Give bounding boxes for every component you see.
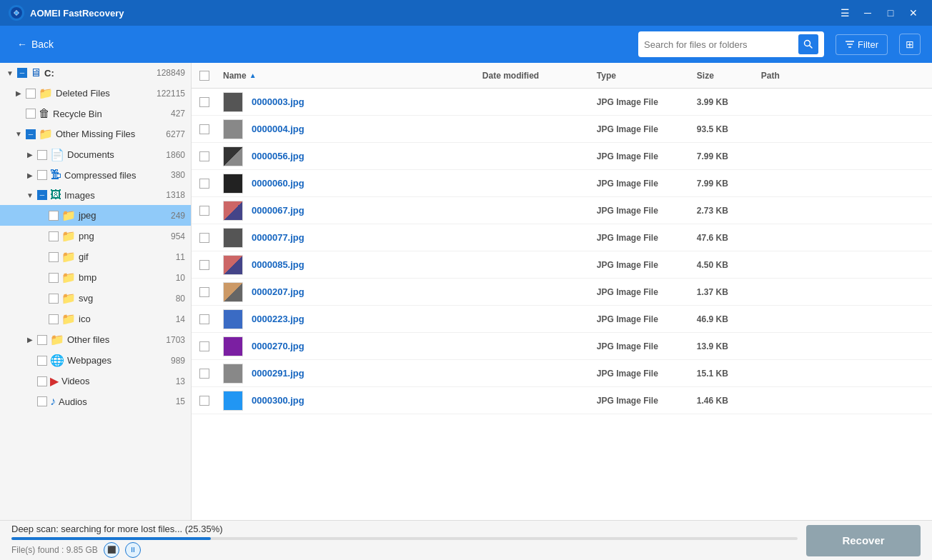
file-name-text[interactable]: 0000067.jpg (252, 205, 304, 216)
titlebar-left: AOMEI FastRecovery (9, 5, 124, 21)
videos-checkbox[interactable] (37, 376, 47, 386)
filter-button[interactable]: Filter (836, 34, 888, 55)
sidebar-item-gif[interactable]: 📁 gif 11 (0, 246, 191, 267)
pause-scan-button[interactable]: ⏸ (125, 542, 141, 558)
jpeg-checkbox[interactable] (49, 211, 59, 221)
row-checkbox-col (192, 206, 217, 216)
file-checkbox[interactable] (199, 179, 209, 189)
sidebar-item-documents[interactable]: ▶ 📄 Documents 1860 (0, 144, 191, 165)
column-header-size[interactable]: Size (691, 71, 755, 81)
sidebar-item-other-files[interactable]: ▶ 📁 Other files 1703 (0, 329, 191, 350)
sidebar-item-videos[interactable]: ▶ Videos 13 (0, 371, 191, 391)
deleted-files-icon: 📁 (39, 86, 53, 100)
sidebar-item-c-drive[interactable]: ▼ ─ 🖥 C: 128849 (0, 63, 191, 83)
audios-checkbox[interactable] (37, 396, 47, 406)
other-files-checkbox[interactable] (37, 335, 47, 345)
column-header-path[interactable]: Path (755, 71, 932, 81)
sidebar-item-images[interactable]: ▼ ─ 🖼 Images 1318 (0, 185, 191, 205)
bmp-checkbox[interactable] (49, 273, 59, 283)
search-input[interactable] (644, 39, 798, 50)
file-name-text[interactable]: 0000085.jpg (252, 259, 304, 270)
search-box (638, 31, 824, 57)
table-row: 0000004.jpg JPG Image File 93.5 KB (192, 116, 932, 143)
maximize-button[interactable]: □ (881, 3, 901, 23)
sidebar-item-jpeg[interactable]: 📁 jpeg 249 (0, 205, 191, 226)
recycle-bin-checkbox[interactable] (26, 109, 36, 119)
sidebar-item-ico[interactable]: 📁 ico 14 (0, 309, 191, 329)
sidebar-item-audios[interactable]: ♪ Audios 15 (0, 391, 191, 411)
select-all-checkbox[interactable] (199, 71, 209, 81)
menu-button[interactable]: ☰ (835, 3, 855, 23)
gif-checkbox[interactable] (49, 252, 59, 262)
file-name-text[interactable]: 0000004.jpg (252, 124, 304, 134)
column-header-date[interactable]: Date modified (477, 71, 591, 81)
file-checkbox[interactable] (199, 369, 209, 379)
file-name-text[interactable]: 0000291.jpg (252, 368, 304, 379)
search-button[interactable] (798, 34, 818, 54)
file-size-col: 47.6 KB (691, 233, 755, 243)
file-type-col: JPG Image File (591, 341, 691, 351)
c-drive-checkbox[interactable]: ─ (17, 68, 27, 78)
file-name-col: 0000223.jpg (217, 309, 477, 329)
file-type-col: JPG Image File (591, 233, 691, 243)
titlebar-controls: ☰ ─ □ ✕ (835, 3, 923, 23)
file-checkbox[interactable] (199, 206, 209, 216)
file-checkbox[interactable] (199, 124, 209, 134)
deleted-files-checkbox[interactable] (26, 89, 36, 99)
compressed-icon: 🗜 (50, 169, 61, 181)
images-checkbox[interactable]: ─ (37, 190, 47, 200)
sidebar-item-webpages[interactable]: 🌐 Webpages 989 (0, 350, 191, 371)
file-checkbox[interactable] (199, 97, 209, 107)
file-checkbox[interactable] (199, 396, 209, 406)
scan-sub: File(s) found : 9.85 GB ⬛ ⏸ (11, 542, 798, 558)
file-size-col: 13.9 KB (691, 341, 755, 351)
file-name-text[interactable]: 0000056.jpg (252, 151, 304, 161)
expand-icon (37, 253, 46, 261)
sidebar-item-bmp[interactable]: 📁 bmp 10 (0, 267, 191, 288)
view-toggle-button[interactable]: ⊞ (899, 34, 921, 55)
back-button[interactable]: ← Back (11, 36, 59, 53)
png-checkbox[interactable] (49, 231, 59, 241)
sidebar-item-recycle-bin[interactable]: 🗑 Recycle Bin 427 (0, 104, 191, 124)
webpages-checkbox[interactable] (37, 356, 47, 366)
column-header-name[interactable]: Name ▲ (217, 71, 477, 81)
titlebar: AOMEI FastRecovery ☰ ─ □ ✕ (0, 0, 932, 26)
file-checkbox[interactable] (199, 260, 209, 270)
toolbar: ← Back Filter ⊞ (0, 26, 932, 63)
svg-checkbox[interactable] (49, 294, 59, 304)
close-button[interactable]: ✕ (903, 3, 923, 23)
sidebar-item-png[interactable]: 📁 png 954 (0, 226, 191, 246)
row-checkbox-col (192, 97, 217, 107)
table-row: 0000060.jpg JPG Image File 7.99 KB (192, 170, 932, 197)
file-name-text[interactable]: 0000207.jpg (252, 286, 304, 297)
file-list-scroll: 0000003.jpg JPG Image File 3.99 KB 00000… (192, 89, 932, 520)
progress-bar (11, 537, 211, 540)
other-missing-checkbox[interactable]: ─ (26, 129, 36, 139)
column-header-type[interactable]: Type (591, 71, 691, 81)
ico-checkbox[interactable] (49, 314, 59, 324)
file-name-text[interactable]: 0000223.jpg (252, 314, 304, 324)
stop-scan-button[interactable]: ⬛ (104, 542, 119, 558)
file-checkbox[interactable] (199, 314, 209, 324)
file-thumbnail (223, 228, 243, 248)
file-name-text[interactable]: 0000003.jpg (252, 96, 304, 107)
sidebar-item-compressed[interactable]: ▶ 🗜 Compressed files 380 (0, 165, 191, 185)
c-drive-icon: 🖥 (30, 66, 41, 79)
documents-checkbox[interactable] (37, 150, 47, 160)
file-checkbox[interactable] (199, 287, 209, 297)
expand-icon (37, 315, 46, 324)
sidebar-item-deleted-files[interactable]: ▶ 📁 Deleted Files 122115 (0, 83, 191, 104)
minimize-button[interactable]: ─ (858, 3, 878, 23)
recover-button[interactable]: Recover (806, 525, 921, 556)
sidebar-item-other-missing[interactable]: ▼ ─ 📁 Other Missing Files 6277 (0, 124, 191, 144)
file-checkbox[interactable] (199, 341, 209, 351)
file-checkbox[interactable] (199, 151, 209, 161)
sidebar-item-svg[interactable]: 📁 svg 80 (0, 288, 191, 309)
file-name-text[interactable]: 0000060.jpg (252, 178, 304, 189)
file-checkbox[interactable] (199, 233, 209, 243)
file-name-text[interactable]: 0000300.jpg (252, 395, 304, 406)
file-name-text[interactable]: 0000270.jpg (252, 341, 304, 351)
back-arrow-icon: ← (17, 39, 27, 50)
compressed-checkbox[interactable] (37, 170, 47, 180)
file-name-text[interactable]: 0000077.jpg (252, 232, 304, 243)
